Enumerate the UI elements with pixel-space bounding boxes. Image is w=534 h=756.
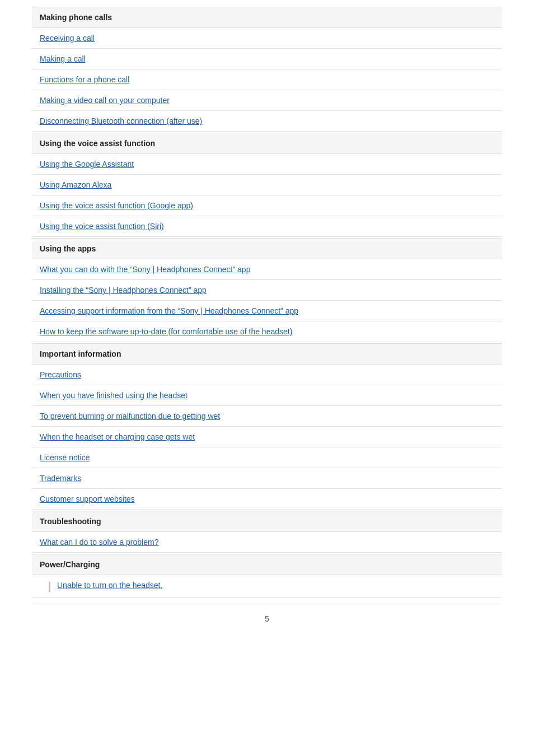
nav-link[interactable]: Using Amazon Alexa xyxy=(32,175,502,195)
nav-link[interactable]: Disconnecting Bluetooth connection (afte… xyxy=(32,111,502,132)
nav-link[interactable]: Customer support websites xyxy=(32,489,502,510)
nav-link[interactable]: Precautions xyxy=(32,365,502,385)
nav-link[interactable]: Using the Google Assistant xyxy=(32,154,502,175)
nav-link[interactable]: Trademarks xyxy=(32,468,502,489)
nav-link[interactable]: What can I do to solve a problem? xyxy=(32,532,502,553)
indent-bar xyxy=(49,582,50,592)
section-header: Using the voice assist function xyxy=(32,133,502,154)
page-number: 5 xyxy=(265,614,269,623)
nav-link[interactable]: What you can do with the “Sony | Headpho… xyxy=(32,259,502,280)
nav-item-indented: Unable to turn on the headset. xyxy=(32,575,502,598)
nav-link[interactable]: To prevent burning or malfunction due to… xyxy=(32,406,502,427)
section-header: Power/Charging xyxy=(32,554,502,575)
section-header: Troubleshooting xyxy=(32,511,502,532)
indented-nav-link[interactable]: Unable to turn on the headset. xyxy=(57,581,162,590)
nav-link[interactable]: Using the voice assist function (Siri) xyxy=(32,216,502,237)
nav-link[interactable]: Making a call xyxy=(32,49,502,69)
nav-link[interactable]: Installing the “Sony | Headphones Connec… xyxy=(32,280,502,301)
nav-link[interactable]: Receiving a call xyxy=(32,28,502,49)
section-header: Using the apps xyxy=(32,238,502,259)
page-container: Making phone callsReceiving a callMaking… xyxy=(15,0,519,650)
nav-link[interactable]: Functions for a phone call xyxy=(32,69,502,90)
nav-link[interactable]: Making a video call on your computer xyxy=(32,90,502,111)
nav-link[interactable]: How to keep the software up-to-date (for… xyxy=(32,321,502,342)
nav-link[interactable]: Accessing support information from the “… xyxy=(32,301,502,321)
nav-link[interactable]: When you have finished using the headset xyxy=(32,385,502,406)
section-header: Important information xyxy=(32,343,502,365)
sections-container: Making phone callsReceiving a callMaking… xyxy=(32,7,502,598)
nav-link[interactable]: When the headset or charging case gets w… xyxy=(32,427,502,447)
page-footer: 5 xyxy=(32,604,502,633)
nav-link[interactable]: License notice xyxy=(32,447,502,468)
nav-link[interactable]: Using the voice assist function (Google … xyxy=(32,195,502,216)
section-header: Making phone calls xyxy=(32,7,502,28)
